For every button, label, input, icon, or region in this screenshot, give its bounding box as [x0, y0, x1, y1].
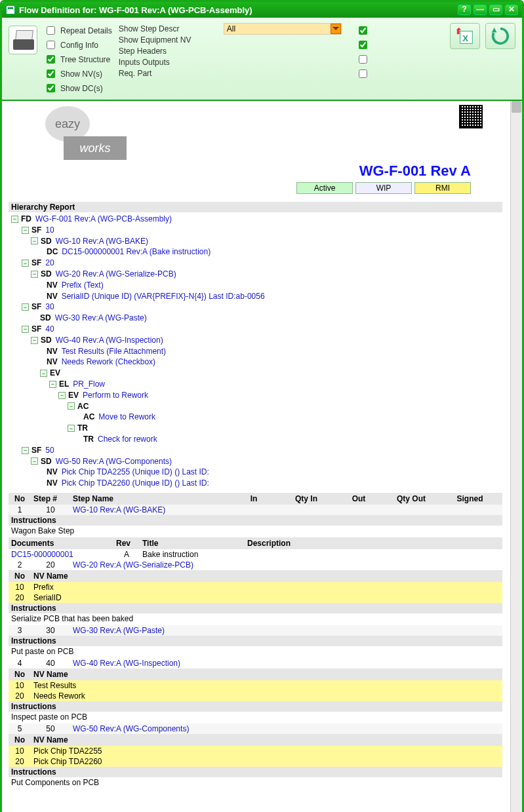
restore-button[interactable]: ▭: [489, 5, 502, 15]
tree-link[interactable]: Perform to Rework: [83, 390, 148, 401]
tree-toggle[interactable]: −: [31, 271, 38, 278]
tree-link[interactable]: PR_Flow: [73, 379, 105, 390]
close-button[interactable]: ✕: [505, 5, 518, 15]
show-dcs-checkbox[interactable]: Show DC(s): [44, 82, 112, 94]
inputs-outputs-checkbox[interactable]: [359, 69, 367, 78]
scroll-thumb[interactable]: [512, 101, 521, 113]
step-num: 30: [31, 626, 70, 635]
tree-link[interactable]: WG-F-001 Rev:A (WG-PCB-Assembly): [35, 214, 172, 225]
tree-link[interactable]: WG-20 Rev:A (WG-Serialize-PCB): [56, 269, 176, 280]
tree-toggle[interactable]: −: [11, 216, 18, 223]
nv-header: NoNV Name: [9, 734, 502, 746]
instructions-text: Serialize PCB that has been baked: [9, 613, 502, 625]
step-link[interactable]: WG-30 Rev:A (WG-Paste): [73, 626, 165, 635]
tree-toggle[interactable]: −: [31, 337, 38, 344]
tree-link[interactable]: Needs Rework (Checkbox): [62, 357, 155, 368]
step-num: 20: [31, 560, 70, 570]
nv-row: 10Test Results: [9, 680, 502, 691]
tree-link[interactable]: SerialID (Unique ID) (VAR{PREFIX}-N{4}) …: [62, 291, 265, 302]
tree-link[interactable]: Pick Chip TDA2260 (Unique ID) () Last ID…: [62, 478, 209, 489]
tree-link[interactable]: DC15-000000001 Rev:A (Bake instruction): [62, 246, 211, 258]
instructions-text: Put Components on PCB: [9, 777, 502, 789]
nv-row: 20SerialID: [9, 592, 502, 603]
titlebar: Flow Definition for: WG-F-001 Rev:A (WG-…: [2, 2, 522, 18]
tree-toggle[interactable]: −: [22, 447, 29, 454]
instructions-text: Put paste on PCB: [9, 646, 502, 658]
tree-toggle[interactable]: −: [49, 381, 56, 388]
instructions-text: Wagon Bake Step: [9, 526, 502, 537]
show-nvs-checkbox[interactable]: Show NV(s): [44, 68, 112, 80]
step-link[interactable]: WG-20 Rev:A (WG-Serialize-PCB): [73, 560, 193, 570]
nv-header: NoNV Name: [9, 668, 502, 680]
step-no: 4: [9, 659, 31, 668]
step-row: 220WG-20 Rev:A (WG-Serialize-PCB): [9, 560, 502, 570]
show-equipment-nv-label: Show Equipment NV: [119, 35, 217, 45]
tree-link[interactable]: WG-30 Rev:A (WG-Paste): [55, 313, 147, 324]
status-row: Active WIP RMI: [9, 182, 502, 194]
refresh-button[interactable]: [485, 23, 515, 49]
window-title: Flow Definition for: WG-F-001 Rev:A (WG-…: [19, 5, 252, 15]
nv-row: 20Pick Chip TDA2260: [9, 756, 502, 767]
tree-toggle[interactable]: −: [68, 402, 75, 410]
req-part-filter-select[interactable]: All: [224, 23, 342, 35]
instructions-header: Instructions: [9, 515, 502, 526]
chevron-down-icon: [331, 24, 341, 34]
step-link[interactable]: WG-50 Rev:A (WG-Components): [73, 724, 189, 733]
tree-toggle[interactable]: −: [31, 457, 38, 465]
tree-link[interactable]: WG-40 Rev:A (WG-Inspection): [56, 335, 163, 346]
instructions-header: Instructions: [9, 767, 502, 777]
app-icon: [6, 5, 15, 14]
config-info-checkbox[interactable]: Config Info: [44, 39, 112, 51]
svg-text:X: X: [462, 33, 468, 43]
export-excel-button[interactable]: X: [450, 23, 480, 49]
options-column-2-labels: Show Step Descr Show Equipment NV Step H…: [119, 23, 217, 78]
tree-toggle[interactable]: −: [22, 227, 29, 234]
repeat-details-checkbox[interactable]: Repeat Details: [44, 24, 112, 37]
nv-row: 10Prefix: [9, 582, 502, 592]
tree-toggle[interactable]: −: [22, 303, 29, 311]
step-link[interactable]: WG-10 Rev:A (WG-BAKE): [73, 505, 165, 514]
tree-link[interactable]: Pick Chip TDA2255 (Unique ID) () Last ID…: [62, 467, 209, 478]
tree-toggle[interactable]: −: [58, 392, 66, 399]
tree-toggle[interactable]: −: [22, 260, 29, 267]
tree-link[interactable]: WG-50 Rev:A (WG-Components): [56, 456, 172, 467]
tree-link[interactable]: 10: [45, 225, 54, 236]
show-equipment-nv-checkbox[interactable]: [359, 41, 367, 49]
steps-table-header: No Step # Step Name In Qty In Out Qty Ou…: [9, 493, 502, 505]
filter-value: All: [227, 24, 235, 33]
vertical-scrollbar[interactable]: ▴ ▾: [510, 101, 522, 812]
documents-header: DocumentsRevTitleDescription: [9, 537, 502, 549]
help-button[interactable]: ?: [458, 5, 471, 15]
tree-link[interactable]: 30: [45, 301, 54, 313]
tree-link[interactable]: Test Results (File Attachment): [62, 346, 166, 357]
instructions-header: Instructions: [9, 603, 502, 613]
show-step-descr-checkbox[interactable]: [359, 26, 367, 35]
minimize-button[interactable]: —: [474, 5, 487, 15]
tree-link[interactable]: WG-10 Rev:A (WG-BAKE): [56, 236, 148, 247]
tree-link[interactable]: Check for rework: [98, 434, 157, 445]
logo: eazy works: [45, 106, 127, 160]
hierarchy-tree: −FDWG-F-001 Rev:A (WG-PCB-Assembly) −SF1…: [9, 212, 502, 493]
tree-toggle[interactable]: −: [40, 370, 47, 377]
tree-toggle[interactable]: −: [22, 326, 29, 333]
tree-structure-checkbox[interactable]: Tree Structure: [44, 53, 112, 66]
step-link[interactable]: WG-40 Rev:A (WG-Inspection): [73, 659, 180, 668]
step-num: 10: [31, 505, 70, 514]
step-no: 1: [9, 505, 31, 514]
document-link[interactable]: DC15-000000001: [11, 550, 73, 559]
step-headers-checkbox[interactable]: [359, 55, 367, 64]
options-column-1: Repeat Details Config Info Tree Structur…: [44, 23, 112, 94]
step-no: 5: [9, 724, 31, 733]
report-content: eazy works WG-F-001 Rev A Active WIP RMI…: [2, 101, 510, 812]
tree-toggle[interactable]: −: [68, 425, 75, 432]
tree-link[interactable]: 20: [45, 258, 54, 269]
tree-toggle[interactable]: −: [31, 237, 38, 244]
tree-link[interactable]: 40: [45, 324, 54, 335]
print-button[interactable]: [9, 26, 37, 54]
step-headers-label: Step Headers: [119, 47, 217, 56]
nv-header: NoNV Name: [9, 570, 502, 582]
tree-link[interactable]: Move to Rework: [98, 412, 155, 423]
tree-link[interactable]: Prefix (Text): [62, 280, 104, 291]
tree-link[interactable]: 50: [45, 445, 54, 456]
qr-code-icon: [459, 105, 483, 128]
